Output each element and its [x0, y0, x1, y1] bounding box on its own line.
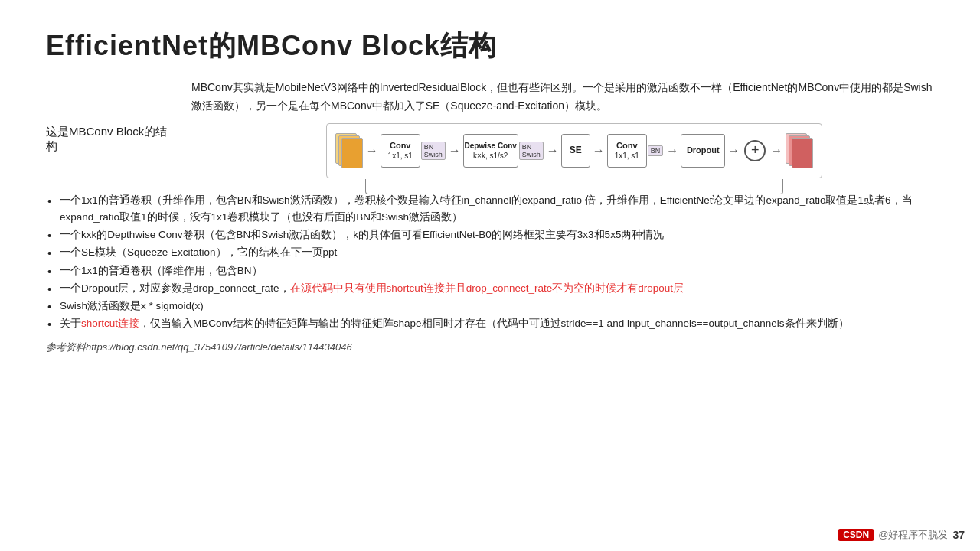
dropout-block: Dropout — [681, 134, 725, 168]
arrow5: → — [666, 144, 678, 158]
bullet-text-5a: 一个Dropout层，对应参数是drop_connect_rate， — [60, 282, 290, 294]
conv2-block: Conv 1x1, s1 — [607, 134, 647, 168]
depwise-block: Depwise Conv k×k, s1/s2 — [463, 134, 518, 168]
bullet-item-4: 一个1x1的普通卷积（降维作用，包含BN） — [46, 262, 934, 279]
input-feature-map — [335, 132, 364, 170]
bn-swish-label-2: BN Swish — [519, 142, 544, 160]
bullet-item-7: 关于shortcut连接，仅当输入MBConv结构的特征矩阵与输出的特征矩阵sh… — [46, 315, 934, 332]
bullet-text-4: 一个1x1的普通卷积（降维作用，包含BN） — [60, 265, 263, 276]
bullet-text-1: 一个1x1的普通卷积（升维作用，包含BN和Swish激活函数），卷积核个数是输入… — [60, 194, 913, 223]
arrow1: → — [366, 144, 378, 158]
bullet-text-7a: 关于 — [60, 318, 81, 329]
bullet-text-7b: shortcut连接 — [81, 318, 139, 329]
bullet-item-1: 一个1x1的普通卷积（升维作用，包含BN和Swish激活函数），卷积核个数是输入… — [46, 192, 934, 227]
watermark: CSDN @好程序不脱发 37 — [838, 528, 965, 542]
conv1-block: Conv 1x1, s1 — [381, 134, 420, 168]
description-text: MBConv其实就是MobileNetV3网络中的InvertedResidua… — [191, 79, 934, 116]
arrow3: → — [547, 144, 559, 158]
add-circle: + — [744, 140, 766, 161]
csdn-badge: CSDN — [838, 529, 874, 541]
bn-label: BN — [648, 145, 664, 156]
bullet-list: 一个1x1的普通卷积（升维作用，包含BN和Swish激活函数），卷积核个数是输入… — [46, 192, 934, 333]
reference: 参考资料https://blog.csdn.net/qq_37541097/ar… — [46, 341, 934, 354]
slide: EfficientNet的MBConv Block结构 这是MBConv Blo… — [0, 0, 980, 551]
arrow2: → — [449, 144, 461, 158]
page-title: EfficientNet的MBConv Block结构 — [46, 28, 934, 65]
bullet-item-2: 一个kxk的Depthwise Conv卷积（包含BN和Swish激活函数），k… — [46, 227, 934, 243]
bullet-item-3: 一个SE模块（Squeeze Excitation），它的结构在下一页ppt — [46, 244, 934, 261]
arrow6: → — [727, 144, 740, 158]
username-text: @好程序不脱发 — [878, 528, 948, 542]
left-label: 这是MBConv Block的结构 — [46, 79, 168, 184]
page-number: 37 — [952, 529, 965, 541]
bullet-item-5: 一个Dropout层，对应参数是drop_connect_rate，在源代码中只… — [46, 280, 934, 297]
se-block: SE — [561, 134, 590, 168]
bullet-text-2: 一个kxk的Depthwise Conv卷积（包含BN和Swish激活函数），k… — [60, 229, 664, 240]
bullet-text-3: 一个SE模块（Squeeze Excitation），它的结构在下一页ppt — [60, 246, 337, 258]
bullet-item-6: Swish激活函数是x * sigmoid(x) — [46, 298, 934, 315]
bn-swish-label-1: BN Swish — [421, 142, 446, 160]
bullet-text-7c: ，仅当输入MBConv结构的特征矩阵与输出的特征矩阵shape相同时才存在（代码… — [139, 318, 849, 329]
mbconv-diagram: → Conv 1x1, s1 BN Swish → — [326, 123, 823, 178]
bullet-text-5b: 在源代码中只有使用shortcut连接并且drop_connect_rate不为… — [290, 282, 684, 294]
reference-text: 参考资料https://blog.csdn.net/qq_37541097/ar… — [46, 341, 352, 353]
arrow4: → — [593, 144, 605, 158]
top-section: 这是MBConv Block的结构 MBConv其实就是MobileNetV3网… — [46, 79, 934, 184]
arrow7: → — [770, 144, 782, 158]
output-feature-map — [785, 132, 814, 170]
bullet-text-6: Swish激活函数是x * sigmoid(x) — [60, 300, 204, 311]
diagram-wrapper: → Conv 1x1, s1 BN Swish → — [191, 123, 934, 178]
